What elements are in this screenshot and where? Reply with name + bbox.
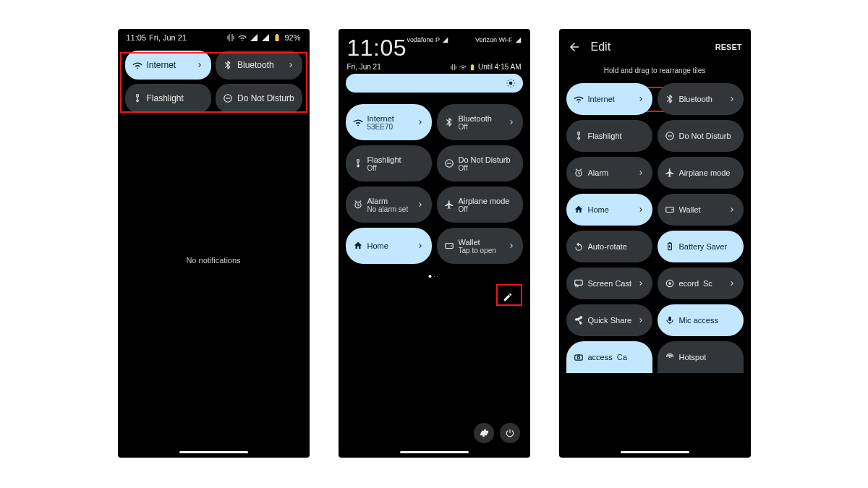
tile-sub: Tap to open <box>459 247 496 254</box>
tile-dnd[interactable]: Do Not Disturb <box>658 120 744 152</box>
qs-until: Until 4:15 AM <box>478 63 521 71</box>
chevron-right-icon <box>507 118 516 127</box>
status-bar: 11:05 Fri, Jun 21 92% <box>118 29 310 45</box>
tile-edit-grid: Internet Bluetooth Flashlight Do Not Dis… <box>559 79 751 373</box>
tile-sub: No alarm set <box>367 205 409 213</box>
tile-label: Bluetooth <box>237 60 274 70</box>
chevron-right-icon <box>286 61 295 69</box>
tile-alarm[interactable]: AlarmNo alarm set <box>346 187 432 223</box>
chevron-right-icon <box>637 168 645 177</box>
tile-title: Internet <box>367 114 394 123</box>
tile-title: Do Not Disturb <box>459 155 511 164</box>
tile-label: Do Not Disturb <box>679 132 731 140</box>
tile-label: Quick Share <box>588 316 632 325</box>
tile-mic[interactable]: Mic access <box>658 304 744 336</box>
tile-dnd[interactable]: Do Not DisturbOff <box>437 145 523 181</box>
power-button[interactable] <box>500 423 520 443</box>
bluetooth-icon <box>444 117 454 127</box>
wallet-icon <box>444 241 454 251</box>
vibrate-icon <box>226 33 235 42</box>
airplane-icon <box>444 200 454 210</box>
chevron-right-icon <box>637 279 645 288</box>
brightness-icon <box>506 78 516 88</box>
wifi-icon <box>574 94 584 104</box>
tile-flashlight[interactable]: Flashlight <box>125 84 212 113</box>
chevron-right-icon <box>195 61 204 69</box>
nav-bar <box>118 451 310 453</box>
tile-internet[interactable]: Internet53EE70 <box>346 104 432 140</box>
tile-alarm[interactable]: Alarm <box>566 157 652 189</box>
home-icon <box>353 241 363 251</box>
tile-flashlight[interactable]: Flashlight <box>566 120 652 152</box>
back-icon[interactable] <box>568 40 581 53</box>
tile-bluetooth[interactable]: Bluetooth <box>216 51 302 80</box>
tile-record[interactable]: ecordSc <box>658 267 744 299</box>
flashlight-icon <box>353 158 363 168</box>
battery-saver-icon <box>665 241 675 252</box>
battery-icon <box>469 64 476 71</box>
tile-sub: Off <box>459 164 511 172</box>
tile-home[interactable]: Home <box>346 228 432 264</box>
tile-home[interactable]: Home <box>566 194 652 226</box>
tile-internet[interactable]: Internet <box>566 83 652 115</box>
chevron-right-icon <box>416 200 425 209</box>
tile-title: Airplane mode <box>459 197 510 205</box>
tile-label: Mic access <box>679 316 718 325</box>
share-icon <box>574 315 584 325</box>
wifi-icon <box>353 117 363 127</box>
record-icon <box>665 278 675 288</box>
wifi-icon <box>238 33 247 42</box>
tile-wallet[interactable]: Wallet <box>658 194 744 226</box>
tile-title: Bluetooth <box>459 114 492 123</box>
tile-airplane[interactable]: Airplane modeOff <box>437 187 523 223</box>
chevron-right-icon <box>637 205 645 214</box>
qs-date: Fri, Jun 21 <box>347 63 381 71</box>
quick-tiles-grid: Internet53EE70 BluetoothOff FlashlightOf… <box>339 98 530 270</box>
tile-internet[interactable]: Internet <box>125 51 212 80</box>
settings-button[interactable] <box>474 423 494 443</box>
battery-pct: 92% <box>284 33 300 42</box>
airplane-icon <box>665 168 675 178</box>
tile-airplane[interactable]: Airplane mode <box>658 157 744 189</box>
tile-label: Do Not Disturb <box>237 93 294 103</box>
tile-label-extra: Ca <box>617 353 627 361</box>
tile-hotspot[interactable]: Hotspot <box>658 341 744 373</box>
tile-label: Hotspot <box>679 353 707 361</box>
tile-label: Screen Cast <box>588 279 632 288</box>
carrier-b: Verizon Wi-F <box>475 36 513 43</box>
dnd-icon <box>665 131 675 141</box>
tile-camera-access[interactable]: accessCa <box>566 341 652 373</box>
edit-tiles-button[interactable] <box>500 289 516 305</box>
tile-label: Bluetooth <box>679 95 712 103</box>
tile-bluetooth[interactable]: BluetoothOff <box>437 104 523 140</box>
chevron-right-icon <box>637 95 645 103</box>
tile-quickshare[interactable]: Quick Share <box>566 304 652 336</box>
reset-button[interactable]: RESET <box>715 43 742 51</box>
flashlight-icon <box>132 93 142 103</box>
edit-header: Edit RESET <box>559 29 751 59</box>
bluetooth-icon <box>665 94 675 104</box>
camera-icon <box>574 352 584 362</box>
tile-wallet[interactable]: WalletTap to open <box>437 228 523 264</box>
brightness-slider[interactable] <box>346 74 523 93</box>
quick-tiles-row: Internet Bluetooth Flashlight Do Not Dis… <box>118 45 310 119</box>
tile-label: Battery Saver <box>679 242 728 251</box>
tile-flashlight[interactable]: FlashlightOff <box>346 145 432 181</box>
tile-label: Flashlight <box>147 93 184 103</box>
signal-icon <box>515 37 522 43</box>
signal-icon <box>250 33 258 42</box>
tile-screencast[interactable]: Screen Cast <box>566 267 652 299</box>
page-dots: ●·· <box>339 273 530 280</box>
signal-icon <box>261 33 270 42</box>
tile-dnd[interactable]: Do Not Disturb <box>216 84 302 113</box>
tile-sub: 53EE70 <box>367 123 394 131</box>
tile-title: Flashlight <box>367 155 401 164</box>
tile-bluetooth[interactable]: Bluetooth <box>658 83 744 115</box>
tile-battery-saver[interactable]: Battery Saver <box>658 231 744 262</box>
tile-label: Internet <box>147 60 176 70</box>
wifi-icon <box>132 60 142 70</box>
hotspot-icon <box>665 352 675 362</box>
dnd-icon <box>444 158 454 168</box>
no-notifications-label: No notifications <box>118 256 310 265</box>
tile-autorotate[interactable]: Auto-rotate <box>566 231 652 262</box>
